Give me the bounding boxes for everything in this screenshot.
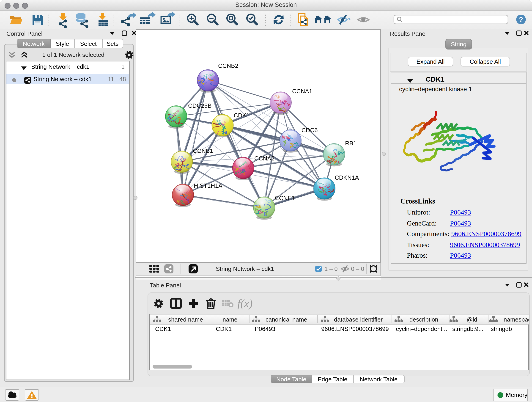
svg-text:CDK1: CDK1 <box>234 112 249 119</box>
svg-text:P06493: P06493 <box>255 325 275 332</box>
svg-text:shared name: shared name <box>168 316 203 323</box>
svg-text:CDKN1A: CDKN1A <box>335 174 359 181</box>
svg-text:CCNE1: CCNE1 <box>275 195 295 201</box>
svg-text:CDC25B: CDC25B <box>188 102 212 109</box>
svg-text:?: ? <box>519 16 523 24</box>
svg-text:CDK1: CDK1 <box>155 325 171 332</box>
svg-text:@id: @id <box>467 316 477 323</box>
svg-text:stringdb: stringdb <box>491 325 512 332</box>
svg-text:RB1: RB1 <box>345 140 357 147</box>
svg-text:1 – 0: 1 – 0 <box>324 265 338 272</box>
svg-text:stringdb:9...: stringdb:9... <box>452 325 483 332</box>
svg-text:0 – 0: 0 – 0 <box>351 265 364 272</box>
svg-text:HIST1H1A: HIST1H1A <box>194 182 222 189</box>
svg-text:namespace: namespace <box>504 316 529 323</box>
svg-text:CCNB2: CCNB2 <box>218 62 238 69</box>
svg-text:9606.ENSP00000378699: 9606.ENSP00000378699 <box>321 325 389 332</box>
svg-text:String Network – cdk1: String Network – cdk1 <box>216 265 274 272</box>
svg-text:canonical name: canonical name <box>266 316 307 323</box>
svg-text:CCNA2: CCNA2 <box>254 155 274 162</box>
svg-text:CDK1: CDK1 <box>216 325 232 332</box>
svg-text:database identifier: database identifier <box>334 316 383 323</box>
svg-text:CDC6: CDC6 <box>302 127 318 134</box>
svg-text:CCNA1: CCNA1 <box>292 88 312 95</box>
svg-text:name: name <box>222 316 237 323</box>
svg-text:f(x): f(x) <box>237 297 253 310</box>
svg-text:CCNB1: CCNB1 <box>193 147 213 154</box>
svg-text:cyclin–dependent ...: cyclin–dependent ... <box>396 325 449 332</box>
svg-text:description: description <box>409 316 438 323</box>
